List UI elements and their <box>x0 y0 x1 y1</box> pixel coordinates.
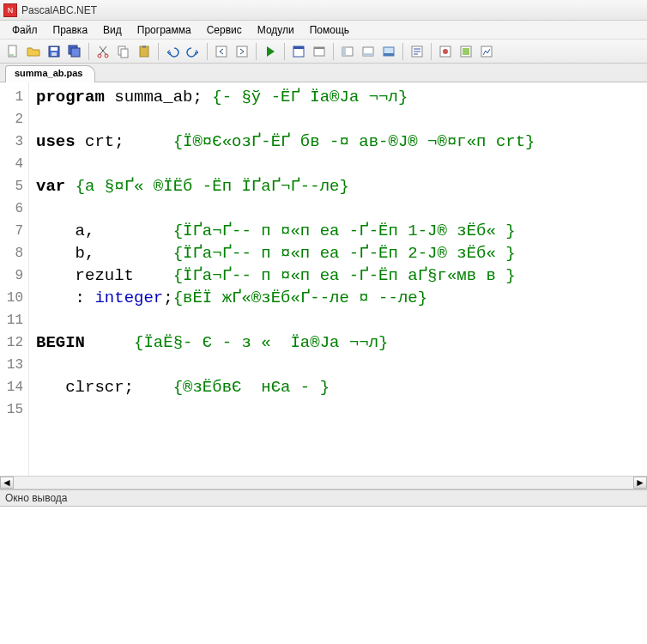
menu-help[interactable]: Помощь <box>303 22 356 38</box>
svg-rect-21 <box>363 53 373 56</box>
toolbar-separator <box>88 43 89 60</box>
code-line[interactable] <box>36 108 647 131</box>
line-number: 12 <box>0 331 28 354</box>
horizontal-scrollbar[interactable]: ◄ ► <box>0 476 647 489</box>
svg-rect-3 <box>51 52 57 56</box>
nav-forward-icon[interactable] <box>233 42 251 61</box>
code-line[interactable] <box>36 354 647 376</box>
view1-icon[interactable] <box>436 42 455 61</box>
toolbar-separator <box>431 43 432 60</box>
line-number: 3 <box>0 131 28 153</box>
toolbar-separator <box>256 43 257 60</box>
line-gutter: 123456789101112131415 <box>0 82 29 476</box>
line-number: 1 <box>0 86 28 108</box>
svg-rect-17 <box>314 47 324 49</box>
line-number: 11 <box>0 309 28 331</box>
svg-rect-9 <box>121 49 128 58</box>
code-line[interactable]: b, {ЇҐа¬Ґ-- п ¤«п еа -Ґ-Ёп 2-Ј® зЁб« } <box>36 242 647 264</box>
line-number: 4 <box>0 153 28 175</box>
menu-program[interactable]: Программа <box>130 22 198 38</box>
toolbar-separator <box>158 43 159 60</box>
line-number: 14 <box>0 376 28 398</box>
code-line[interactable]: a, {ЇҐа¬Ґ-- п ¤«п еа -Ґ-Ёп 1-Ј® зЁб« } <box>36 220 647 242</box>
open-file-icon[interactable] <box>24 42 43 61</box>
line-number: 7 <box>0 220 28 242</box>
code-line[interactable]: clrscr; {®зЁбвЄ нЄа - } <box>36 376 647 398</box>
tab-strip: summa_ab.pas <box>0 64 647 82</box>
code-line[interactable]: BEGIN {ЇаЁ§- Є - з « Їа®Ја ¬¬л} <box>36 331 647 354</box>
copy-icon[interactable] <box>114 42 133 61</box>
output-panel-body <box>0 507 647 644</box>
code-line[interactable] <box>36 197 647 220</box>
app-icon: N <box>3 3 17 17</box>
toolbar <box>0 39 647 64</box>
title-bar: N PascalABC.NET <box>0 0 647 21</box>
redo-icon[interactable] <box>184 42 203 61</box>
panel2-icon[interactable] <box>359 42 378 61</box>
toolbar-separator <box>402 43 403 60</box>
view3-icon[interactable] <box>477 42 496 61</box>
paste-icon[interactable] <box>135 42 154 61</box>
code-editor[interactable]: 123456789101112131415 program summa_ab; … <box>0 82 647 476</box>
run-icon[interactable] <box>261 42 280 61</box>
code-line[interactable] <box>36 309 647 331</box>
save-icon[interactable] <box>45 42 63 61</box>
code-line[interactable]: program summa_ab; {- §ў -ЁҐ Їа®Ја ¬¬л} <box>36 86 647 108</box>
code-area[interactable]: program summa_ab; {- §ў -ЁҐ Їа®Ја ¬¬л} u… <box>29 82 647 476</box>
code-line[interactable] <box>36 398 647 421</box>
line-number: 13 <box>0 354 28 376</box>
code-line[interactable]: uses crt; {Ї®¤Є«озҐ-ЁҐ бв -¤ ав-®Ј® ¬®¤г… <box>36 131 647 153</box>
new-file-icon[interactable] <box>3 42 22 61</box>
menu-file[interactable]: Файл <box>5 22 45 38</box>
code-template-icon[interactable] <box>408 42 426 61</box>
toolbar-separator <box>284 43 285 60</box>
line-number: 5 <box>0 175 28 197</box>
code-line[interactable]: : integer;{вЁЇ жҐ«®зЁб«Ґ--ле ¤ --ле} <box>36 287 647 309</box>
cut-icon[interactable] <box>94 42 112 61</box>
line-number: 8 <box>0 242 28 264</box>
svg-rect-19 <box>342 47 346 56</box>
scroll-track[interactable] <box>14 477 633 489</box>
undo-icon[interactable] <box>163 42 182 61</box>
menu-service[interactable]: Сервис <box>200 22 249 38</box>
menu-bar: Файл Правка Вид Программа Сервис Модули … <box>0 21 647 39</box>
save-all-icon[interactable] <box>65 42 84 61</box>
svg-rect-11 <box>142 46 146 48</box>
menu-view[interactable]: Вид <box>96 22 129 38</box>
output-panel-header[interactable]: Окно вывода <box>0 489 647 507</box>
menu-edit[interactable]: Правка <box>46 22 95 38</box>
svg-rect-15 <box>293 46 304 49</box>
code-line[interactable]: var {а §¤Ґ« ®ЇЁб -Ёп ЇҐаҐ¬Ґ--ле} <box>36 175 647 197</box>
line-number: 9 <box>0 264 28 287</box>
svg-point-26 <box>443 49 448 54</box>
line-number: 15 <box>0 398 28 421</box>
nav-back-icon[interactable] <box>212 42 231 61</box>
panel1-icon[interactable] <box>338 42 357 61</box>
toolbar-separator <box>207 43 208 60</box>
tab-current-file[interactable]: summa_ab.pas <box>5 65 95 82</box>
svg-rect-12 <box>216 46 227 57</box>
view2-icon[interactable] <box>457 42 475 61</box>
line-number: 2 <box>0 108 28 131</box>
scroll-left-arrow-icon[interactable]: ◄ <box>0 477 14 489</box>
code-line[interactable] <box>36 153 647 175</box>
line-number: 6 <box>0 197 28 220</box>
svg-rect-2 <box>51 47 57 51</box>
svg-rect-5 <box>71 48 80 57</box>
scroll-right-arrow-icon[interactable]: ► <box>633 477 647 489</box>
line-number: 10 <box>0 287 28 309</box>
svg-rect-13 <box>237 46 247 57</box>
panel3-icon[interactable] <box>379 42 398 61</box>
form-icon[interactable] <box>289 42 308 61</box>
toolbar-separator <box>333 43 334 60</box>
window-title: PascalABC.NET <box>21 4 97 16</box>
window-icon[interactable] <box>310 42 329 61</box>
code-line[interactable]: rezult {ЇҐа¬Ґ-- п ¤«п еа -Ґ-Ёп аҐ§г«мв в… <box>36 264 647 287</box>
menu-modules[interactable]: Модули <box>251 22 301 38</box>
svg-rect-23 <box>384 53 394 56</box>
